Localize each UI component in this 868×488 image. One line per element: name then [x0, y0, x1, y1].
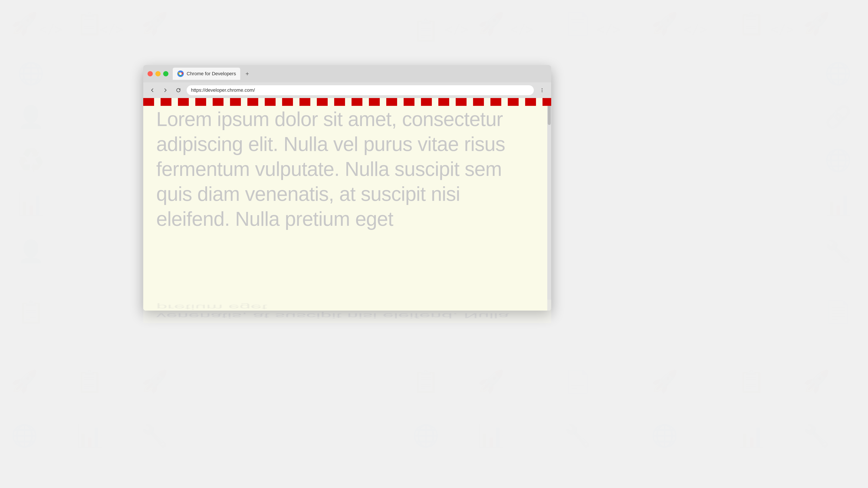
bg-icon-7: 🚀 [651, 11, 678, 36]
bg-icon-24: 🚀 [141, 369, 168, 394]
svg-point-3 [541, 88, 542, 89]
tab-favicon [177, 70, 184, 77]
nav-bar: https://developer.chrome.com/ [143, 83, 551, 98]
bg-icon-25: 📋 [412, 369, 439, 394]
bg-icon-31: 🌐 [11, 423, 38, 449]
bg-icon-14: ♻️ [18, 148, 44, 173]
tab-title: Chrome for Developers [187, 71, 236, 76]
bg-icon-28: 🚀 [651, 369, 678, 394]
scrollbar-track [547, 98, 551, 311]
bg-icon-30: 🚀 [803, 369, 830, 394]
bg-icon-3: 🚀 [141, 11, 168, 36]
bg-html-4: </> [510, 22, 533, 37]
bg-html-6: </> [684, 22, 707, 37]
bg-icon-32: 📊 [76, 423, 103, 449]
back-button[interactable] [148, 86, 157, 95]
tab-area: Chrome for Developers + [173, 68, 547, 80]
bg-icon-10: 🌐 [18, 61, 44, 86]
bg-html-7: </> [770, 22, 794, 37]
window-controls [148, 71, 168, 76]
browser-menu-button[interactable] [537, 86, 547, 95]
bg-icon-5: 🚀 [477, 11, 504, 36]
bg-icon-23: 📋 [76, 369, 103, 394]
bg-icon-15: 🌐 [825, 148, 852, 173]
bg-icon-17: 📊 [825, 191, 852, 217]
bg-icon-29: 📋 [738, 369, 765, 394]
active-tab[interactable]: Chrome for Developers [173, 68, 240, 80]
bg-icon-9: 🚀 [803, 11, 830, 36]
bg-icon-22: 🚀 [11, 369, 38, 394]
bg-icon-37: 🌐 [651, 423, 678, 449]
url-display: https://developer.chrome.com/ [191, 88, 529, 93]
bg-icon-18: 👤 [18, 238, 44, 264]
menu-dots-icon [540, 88, 545, 93]
bg-icon-35: 📊 [477, 423, 504, 449]
bg-icon-27: 📄 [564, 369, 591, 394]
bg-icon-20: 📋 [18, 299, 44, 325]
bg-icon-26: 🚀 [477, 369, 504, 394]
forward-button[interactable] [161, 86, 170, 95]
browser-window: Chrome for Developers + https://develope… [143, 65, 551, 311]
svg-point-5 [541, 91, 542, 92]
svg-point-4 [541, 90, 542, 91]
bg-icon-13: 🔗 [825, 104, 852, 130]
new-tab-button[interactable]: + [243, 69, 251, 78]
bg-html-1: </> [39, 22, 62, 37]
close-button[interactable] [148, 71, 153, 76]
page-content: Lorem ipsum dolor sit amet, consectetur … [143, 98, 551, 311]
bg-icon-4: 📋 [412, 18, 439, 43]
address-bar[interactable]: https://developer.chrome.com/ [187, 85, 534, 95]
maximize-button[interactable] [163, 71, 168, 76]
svg-point-2 [180, 73, 182, 75]
lorem-text: Lorem ipsum dolor sit amet, consectetur … [143, 98, 551, 245]
title-bar: Chrome for Developers + [143, 65, 551, 83]
reload-icon [176, 88, 181, 93]
bg-icon-33: 🔧 [141, 423, 168, 449]
minimize-button[interactable] [155, 71, 161, 76]
bg-html-3: </> [445, 22, 468, 37]
reload-button[interactable] [174, 86, 183, 95]
bg-html-5: </> [597, 22, 620, 37]
bg-icon-11: 🌐 [825, 61, 852, 86]
bg-icon-38: 📊 [738, 423, 765, 449]
scrollbar-thumb[interactable] [548, 99, 551, 125]
bg-icon-19: 🔧 [825, 238, 852, 264]
bg-icon-36: 🔧 [564, 423, 591, 449]
bg-icon-6: 📄 [564, 11, 591, 36]
bg-icon-12: 👤 [18, 104, 44, 130]
bg-icon-39: 🔧 [803, 423, 830, 449]
bg-icon-16: 📊 [18, 191, 44, 217]
browser-reflection: venenatis, at suscipit nisi eleifend. Nu… [143, 300, 551, 323]
bg-html-2: </> [100, 22, 123, 37]
bg-icon-21: 📄 [825, 299, 852, 325]
bg-icon-34: 🌐 [412, 423, 439, 449]
back-icon [150, 88, 155, 93]
forward-icon [163, 88, 168, 93]
bg-icon-1: 🚀 [11, 11, 38, 36]
reflection-text: venenatis, at suscipit nisi eleifend. Nu… [143, 300, 551, 323]
bg-icon-8: 📋 [738, 11, 765, 36]
bg-icon-2: 📋 [76, 11, 103, 36]
